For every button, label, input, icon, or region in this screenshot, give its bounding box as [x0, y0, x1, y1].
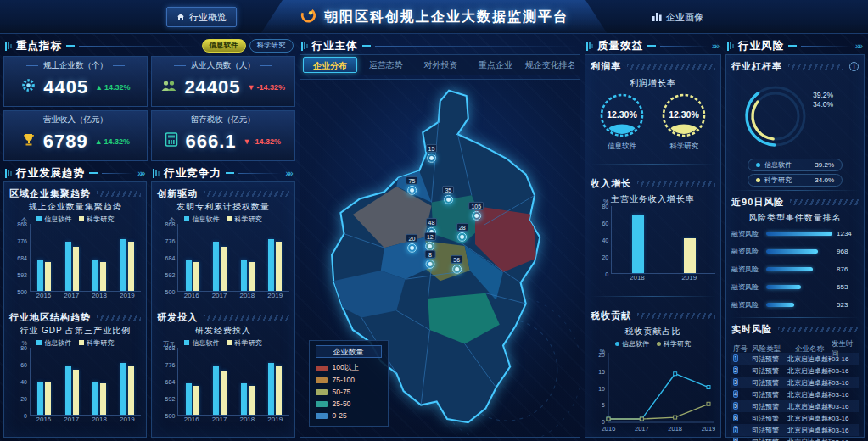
- table-row[interactable]: 7司法预警北京启迪卓越科技有限公司03-16: [731, 424, 859, 436]
- key-indicator-cards: 规上企业数（个）4405▲14.32%从业人员数（人）24405▼-14.32%…: [3, 56, 295, 161]
- bar-group[interactable]: [261, 224, 289, 291]
- kpi-card[interactable]: 留存税收（亿元）666.1▼-14.32%: [151, 110, 295, 161]
- filter-info-software[interactable]: 信息软件: [202, 39, 246, 53]
- time-cell: 03-16: [832, 367, 857, 375]
- filter-sci-research[interactable]: 科学研究: [249, 39, 294, 53]
- bar-group[interactable]: [31, 348, 59, 415]
- map-marker[interactable]: 28: [456, 223, 468, 242]
- map-legend-item: 25-50: [316, 398, 382, 410]
- table-row[interactable]: 3司法预警北京启迪卓越科技有限公司03-16: [731, 377, 859, 388]
- map-marker[interactable]: 15: [426, 144, 438, 163]
- info-icon[interactable]: i: [849, 62, 859, 71]
- profit-gauge: 12.30%信息软件: [596, 92, 647, 152]
- bar-group[interactable]: [114, 348, 142, 415]
- bar-group[interactable]: [664, 206, 715, 273]
- table-row[interactable]: 6司法预警北京启迪卓越科技有限公司03-16: [731, 412, 859, 424]
- expand-arrows-icon[interactable]: »»: [712, 42, 720, 51]
- kpi-card[interactable]: 从业人员数（人）24405▼-14.32%: [151, 56, 295, 107]
- nav-left-label: 行业概览: [189, 11, 227, 24]
- bar-group[interactable]: [114, 224, 142, 291]
- company-name-cell: 北京启迪卓越科技有限公司: [787, 414, 832, 423]
- bar-chart-icon: [652, 13, 662, 21]
- gauge-ring-icon: 12.30%: [658, 92, 709, 141]
- tab-4[interactable]: 规企变化排名: [524, 57, 577, 73]
- divider: [731, 317, 859, 318]
- section-dash: [362, 45, 371, 47]
- time-cell: 03-16: [832, 427, 857, 434]
- expand-arrows-icon[interactable]: »»: [855, 42, 863, 51]
- hbar-row[interactable]: 融资风险968: [731, 243, 859, 260]
- svg-text:15: 15: [598, 369, 605, 375]
- map-legend: 企业数量 100以上75-10050-7525-500-25: [309, 340, 389, 427]
- bar-group[interactable]: [178, 224, 206, 291]
- y-axis: %020406080: [591, 206, 611, 274]
- leverage-block: 行业杠杆率 i 39.2%34.0% 信息软件39.2%科学研究34.0%: [731, 59, 859, 187]
- chart-title: 税收贡献占比: [591, 326, 715, 338]
- svg-text:12.30%: 12.30%: [607, 109, 637, 120]
- table-row[interactable]: 5司法预警北京启迪卓越科技有限公司03-16: [731, 400, 859, 412]
- subpanel-header: 区域企业集聚趋势: [9, 186, 141, 201]
- marker-beacon-icon: [472, 211, 481, 220]
- bar-group[interactable]: [59, 348, 87, 415]
- hbar-row[interactable]: 融资风险523: [731, 296, 859, 314]
- bar-group[interactable]: [86, 224, 114, 291]
- expand-arrows-icon[interactable]: »»: [137, 169, 145, 178]
- bar-group[interactable]: [31, 224, 59, 291]
- hatch-deco: [637, 181, 715, 187]
- leverage-legend-pill[interactable]: 信息软件39.2%: [748, 159, 843, 171]
- tab-2[interactable]: 对外投资: [414, 57, 468, 73]
- map-marker[interactable]: 12: [424, 232, 436, 250]
- svg-text:2017: 2017: [635, 425, 649, 433]
- map-marker[interactable]: 35: [442, 186, 454, 204]
- tab-3[interactable]: 重点企业: [469, 57, 523, 73]
- hbar-row[interactable]: 融资风险1234: [731, 225, 859, 243]
- tab-0[interactable]: 企业分布: [303, 57, 358, 73]
- bar-group[interactable]: [233, 348, 261, 415]
- kpi-card[interactable]: 营业收入（亿元）6789▲14.32%: [3, 110, 148, 161]
- table-row[interactable]: 1司法预警北京启迪卓越科技有限公司03-16: [731, 353, 859, 365]
- section-dash: [647, 45, 656, 47]
- bar-group[interactable]: [206, 224, 234, 291]
- bar-group[interactable]: [612, 206, 664, 273]
- table-row[interactable]: 2司法预警北京启迪卓越科技有限公司03-16: [731, 365, 859, 377]
- map-marker[interactable]: 20: [406, 234, 418, 253]
- marker-value: 28: [456, 223, 468, 232]
- map-marker[interactable]: 8: [424, 249, 435, 268]
- leverage-legend: 信息软件39.2%科学研究34.0%: [731, 159, 859, 187]
- bar-group[interactable]: [86, 348, 114, 415]
- hatch-deco: [790, 199, 859, 205]
- bar-group[interactable]: [59, 224, 87, 291]
- map-marker[interactable]: 75: [406, 176, 418, 195]
- subpanel-title: 利润率: [591, 60, 621, 73]
- svg-text:2019: 2019: [701, 425, 714, 433]
- hbar-row[interactable]: 融资风险653: [731, 278, 859, 296]
- nav-enterprise-portrait[interactable]: 企业画像: [643, 7, 713, 27]
- table-row[interactable]: 4司法预警北京启迪卓越科技有限公司03-16: [731, 388, 859, 400]
- hatch-deco: [637, 313, 715, 319]
- map-marker[interactable]: 105: [468, 202, 484, 220]
- bar-group[interactable]: [261, 348, 289, 415]
- bar-group[interactable]: [178, 348, 206, 415]
- hbar-row[interactable]: 融资风险876: [731, 260, 859, 278]
- subpanel-title: 行业杠杆率: [731, 60, 782, 73]
- left-column: 重点指标 信息软件 科学研究 规上企业数（个）4405▲14.32%从业人员数（…: [3, 37, 295, 438]
- bar-group[interactable]: [233, 224, 261, 291]
- svg-text:12.30%: 12.30%: [669, 109, 700, 120]
- marker-beacon-icon: [452, 265, 462, 274]
- nav-industry-overview[interactable]: 行业概览: [166, 7, 237, 27]
- marker-value: 12: [424, 232, 436, 240]
- table-header-row: 序号风险类型企业名称发生时间: [731, 339, 859, 353]
- chart-card: 区域企业集聚趋势 规上企业数量集聚趋势信息软件科学研究个500592684776…: [9, 186, 141, 310]
- marker-value: 36: [451, 255, 462, 264]
- table-row[interactable]: 8司法预警北京启迪卓越科技有限公司03-16: [731, 436, 859, 441]
- leverage-legend-pill[interactable]: 科学研究34.0%: [748, 174, 843, 187]
- x-axis-labels: 2016201720182019: [177, 292, 288, 302]
- tab-1[interactable]: 运营态势: [359, 57, 412, 73]
- main-content: 重点指标 信息软件 科学研究 规上企业数（个）4405▲14.32%从业人员数（…: [3, 37, 865, 438]
- expand-arrows-icon[interactable]: »»: [285, 169, 293, 178]
- map-marker[interactable]: 36: [451, 255, 462, 274]
- kpi-card[interactable]: 规上企业数（个）4405▲14.32%: [3, 56, 148, 107]
- chart-title: 利润增长率: [591, 77, 715, 90]
- competitiveness-panel: 创新驱动 发明专利累计授权数量信息软件科学研究个5005926847768682…: [151, 181, 294, 438]
- bar-group[interactable]: [206, 348, 234, 415]
